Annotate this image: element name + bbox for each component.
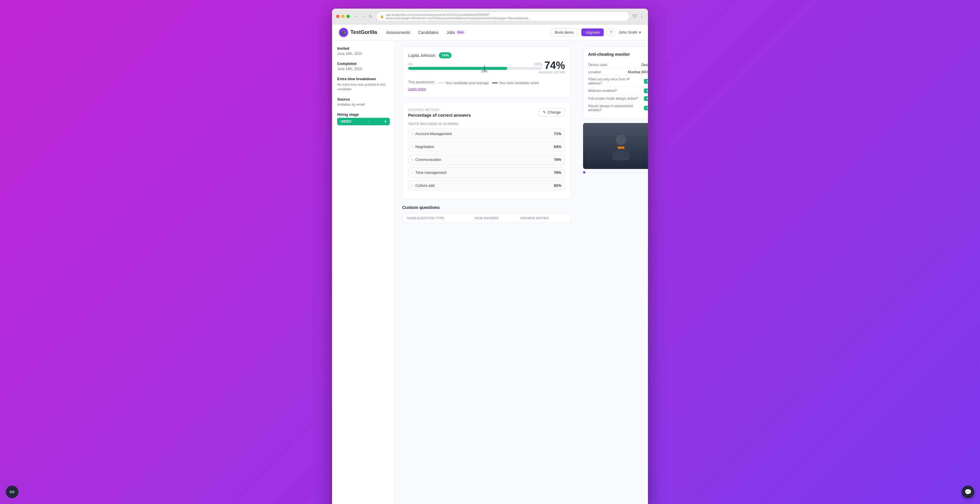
test-row[interactable]: › Culture add 82% <box>408 180 565 191</box>
address-bar[interactable]: 🔒 app.testgorilla.com/customer/assessmen… <box>376 11 630 21</box>
assessment-label: This assessment: <box>408 80 435 84</box>
score-bar-bg <box>408 67 542 70</box>
completed-date: June 18th, 2023 <box>337 67 390 71</box>
scoring-header: Scoring method Percentage of correct ans… <box>408 108 565 118</box>
extra-time-section: Extra time breakdown No extra time was g… <box>337 77 390 91</box>
test-row[interactable]: › Time management 76% <box>408 167 565 178</box>
candidate-name: Lupita Johnson <box>408 53 436 58</box>
chat-icon: 💬 <box>964 488 972 495</box>
chat-button[interactable]: 💬 <box>962 486 974 498</box>
test-row[interactable]: › Account Management 71% <box>408 128 565 139</box>
test-row[interactable]: › Negotiation 64% <box>408 141 565 152</box>
source-section: Source Invitation by email <box>337 97 390 107</box>
webcam-label: Webcam enabled? <box>588 89 617 93</box>
device-row: Device used Desktop <box>588 62 648 69</box>
col-type: QUESTION TYPE <box>417 216 474 220</box>
col-name: NAME <box>407 216 417 220</box>
refresh-button[interactable]: ↻ <box>368 13 373 19</box>
help-icon[interactable]: ? <box>607 29 615 37</box>
test-chevron-icon: › <box>412 132 413 136</box>
location-value: Mumbai (MH), IN <box>628 70 648 74</box>
marker-label-row: 57% <box>408 70 542 76</box>
test-left: › Communication <box>412 158 441 162</box>
user-menu[interactable]: John Smith ▾ <box>619 30 641 35</box>
logo[interactable]: 🦍 TestGorilla <box>339 28 377 37</box>
nav-arrows: ← → ↻ <box>353 13 373 19</box>
candidate-photo <box>583 123 648 169</box>
test-chevron-icon: › <box>412 183 413 187</box>
location-label: Location <box>588 70 601 74</box>
back-button[interactable]: ← <box>353 13 359 19</box>
person-silhouette-svg <box>609 132 632 160</box>
svg-point-1 <box>612 150 630 160</box>
test-name: Account Management <box>415 132 452 136</box>
menu-icon[interactable]: ⋮ <box>640 14 644 19</box>
score-bar-area: 0% 100% 57% 74% AVERAGE SCORE <box>408 62 565 76</box>
legend-pool-dot <box>438 83 444 83</box>
co-icon: CO <box>10 490 15 494</box>
main-content: Invited June 16th, 2023 Completed June 1… <box>332 40 648 504</box>
right-panel: Anti-cheating monitor ? Device used Desk… <box>578 40 648 504</box>
custom-questions-area: Custom questions NAME QUESTION TYPE VIEW… <box>402 205 571 223</box>
svg-rect-2 <box>617 147 624 149</box>
fullscreen-row: Full-screen mode always active? Yes <box>588 95 648 102</box>
legend-pool: Your candidate pool average <box>438 81 489 85</box>
completed-section: Completed June 18th, 2023 <box>337 62 390 71</box>
test-left: › Negotiation <box>412 145 434 149</box>
browser-controls <box>336 14 350 18</box>
score-min: 0% <box>408 62 413 66</box>
forward-button[interactable]: → <box>360 13 366 19</box>
browser-chrome: ← → ↻ 🔒 app.testgorilla.com/customer/ass… <box>332 9 648 24</box>
test-score: 78% <box>554 158 561 162</box>
learn-more-link[interactable]: Learn more <box>408 87 426 91</box>
svg-point-0 <box>616 134 626 145</box>
test-name: Communication <box>415 158 441 162</box>
anti-cheat-section: Anti-cheating monitor ? Device used Desk… <box>583 46 648 118</box>
anti-cheat-help-icon[interactable]: ? <box>648 51 648 57</box>
url-text: app.testgorilla.com/customer/assessments… <box>386 13 626 20</box>
browser-window: ← → ↻ 🔒 app.testgorilla.com/customer/ass… <box>332 9 648 504</box>
webcam-row: Webcam enabled? Yes <box>588 87 648 95</box>
scoring-section: Scoring method Percentage of correct ans… <box>402 102 571 199</box>
source-value: Invitation by email <box>337 102 390 107</box>
test-row[interactable]: › Communication 78% <box>408 154 565 165</box>
hiring-stage-label: Hiring stage <box>337 112 390 116</box>
col-rating: ANSWER RATING <box>520 216 566 220</box>
score-max: 100% <box>534 62 542 66</box>
source-label: Source <box>337 97 390 101</box>
test-name: Culture add <box>415 183 434 188</box>
extension-icon[interactable]: 🛡 <box>632 14 637 19</box>
invited-section: Invited June 16th, 2023 <box>337 46 390 56</box>
book-demo-button[interactable]: Book demo <box>550 28 578 37</box>
nav-assessments[interactable]: Assessments <box>386 30 410 35</box>
test-left: › Culture add <box>412 183 434 188</box>
browser-icons: 🛡 ⋮ <box>632 14 644 19</box>
nav-jobs[interactable]: Jobs Beta <box>447 30 465 35</box>
edit-icon: ✎ <box>543 110 546 114</box>
close-btn[interactable] <box>336 14 339 18</box>
mouse-row: Mouse always in assessment window? Yes <box>588 102 648 113</box>
big-score: 74% <box>544 59 565 72</box>
score-bar-labels: 0% 100% <box>408 62 542 66</box>
device-label: Device used <box>588 63 607 67</box>
header-actions: Book demo Upgrade ? John Smith ▾ <box>550 28 641 37</box>
upgrade-button[interactable]: Upgrade <box>581 29 604 36</box>
change-button[interactable]: ✎ Change <box>539 108 565 116</box>
scoring-method-info: Scoring method Percentage of correct ans… <box>408 108 471 118</box>
photo-placeholder <box>583 123 648 169</box>
minimize-btn[interactable] <box>341 14 345 18</box>
extra-time-label: Extra time breakdown <box>337 77 390 81</box>
learn-more-row: Learn more <box>408 86 565 91</box>
score-legend-row: This assessment: Your candidate pool ave… <box>408 80 565 85</box>
anti-cheat-header: Anti-cheating monitor ? <box>588 51 648 57</box>
user-name: John Smith <box>619 30 637 35</box>
co-button[interactable]: CO <box>6 486 18 498</box>
center-panel: Lupita Johnson 74% 0% 100% 57% 74 <box>395 40 578 504</box>
test-name: Time management <box>415 171 446 175</box>
maximize-btn[interactable] <box>347 14 350 18</box>
hired-badge[interactable]: HIRED → ▾ <box>337 118 390 125</box>
test-chevron-icon: › <box>412 145 413 148</box>
nav-candidates[interactable]: Candidates <box>418 30 439 35</box>
avg-score-label: AVERAGE SCORE <box>539 71 565 74</box>
lock-icon: 🔒 <box>380 14 384 18</box>
